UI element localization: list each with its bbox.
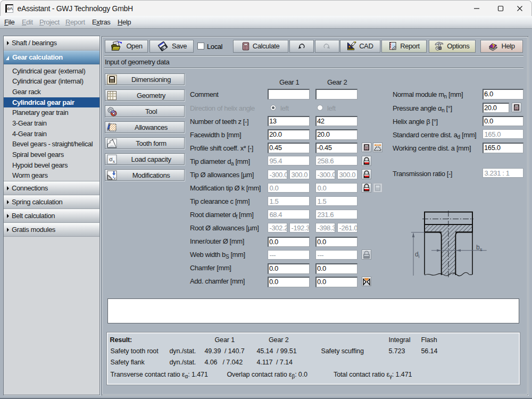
svg-text:i: i	[419, 254, 420, 259]
svg-text:b: b	[476, 244, 480, 251]
svg-text:s: s	[480, 247, 483, 252]
svg-text:d: d	[415, 251, 418, 258]
